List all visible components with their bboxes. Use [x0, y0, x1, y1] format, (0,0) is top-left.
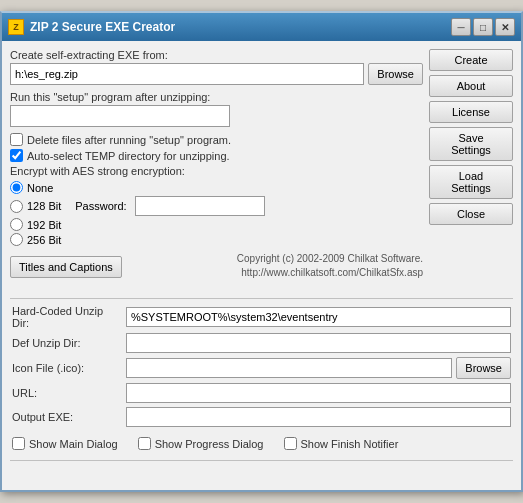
bit128-radio-row: 128 Bit Password: [10, 196, 423, 216]
titles-btn-row: Titles and Captions [10, 256, 122, 278]
about-button[interactable]: About [429, 75, 513, 97]
copyright-line2: http://www.chilkatsoft.com/ChilkatSfx.as… [237, 266, 423, 280]
output-exe-input[interactable] [126, 407, 511, 427]
none-radio[interactable] [10, 181, 23, 194]
right-panel: Create About License Save Settings Load … [429, 49, 513, 292]
main-layout: Create self-extracting EXE from: Browse … [10, 49, 513, 292]
delete-files-checkbox[interactable] [10, 133, 23, 146]
bit192-radio[interactable] [10, 218, 23, 231]
encrypt-label: Encrypt with AES strong encryption: [10, 165, 423, 177]
main-content: Create self-extracting EXE from: Browse … [2, 41, 521, 490]
hardcoded-unzip-input[interactable] [126, 307, 511, 327]
bit128-radio[interactable] [10, 200, 23, 213]
zip-file-group: Create self-extracting EXE from: Browse [10, 49, 423, 85]
maximize-button[interactable]: □ [473, 18, 493, 36]
auto-select-label: Auto-select TEMP directory for unzipping… [27, 150, 230, 162]
main-window: Z ZIP 2 Secure EXE Creator ─ □ ✕ Create … [0, 11, 523, 492]
save-settings-button[interactable]: Save Settings [429, 127, 513, 161]
app-icon: Z [8, 19, 24, 35]
show-progress-dialog-checkbox[interactable] [138, 437, 151, 450]
window-close-button[interactable]: ✕ [495, 18, 515, 36]
minimize-button[interactable]: ─ [451, 18, 471, 36]
zip-file-input[interactable] [10, 63, 364, 85]
run-setup-label: Run this "setup" program after unzipping… [10, 91, 423, 103]
create-button[interactable]: Create [429, 49, 513, 71]
def-unzip-input[interactable] [126, 333, 511, 353]
hardcoded-unzip-label: Hard-Coded Unzip Dir: [12, 305, 122, 329]
icon-file-row: Icon File (.ico): Browse [12, 357, 511, 379]
bit192-label: 192 Bit [27, 219, 61, 231]
setup-program-group: Run this "setup" program after unzipping… [10, 91, 423, 127]
def-unzip-row: Def Unzip Dir: [12, 333, 511, 353]
close-button[interactable]: Close [429, 203, 513, 225]
bit192-radio-row: 192 Bit [10, 218, 423, 231]
show-finish-notifier-label: Show Finish Notifier [301, 438, 399, 450]
none-radio-row: None [10, 181, 423, 194]
hardcoded-unzip-row: Hard-Coded Unzip Dir: [12, 305, 511, 329]
left-panel: Create self-extracting EXE from: Browse … [10, 49, 423, 292]
dialogs-row: Show Main Dialog Show Progress Dialog Sh… [12, 433, 511, 454]
license-button[interactable]: License [429, 101, 513, 123]
titlebar-left: Z ZIP 2 Secure EXE Creator [8, 19, 175, 35]
copyright-line1: Copyright (c) 2002-2009 Chilkat Software… [237, 252, 423, 266]
show-finish-notifier-item: Show Finish Notifier [284, 437, 399, 450]
password-label: Password: [75, 200, 126, 212]
bit256-label: 256 Bit [27, 234, 61, 246]
output-exe-row: Output EXE: [12, 407, 511, 427]
encryption-section: Encrypt with AES strong encryption: None… [10, 165, 423, 246]
show-main-dialog-checkbox[interactable] [12, 437, 25, 450]
show-main-dialog-label: Show Main Dialog [29, 438, 118, 450]
browse-zip-button[interactable]: Browse [368, 63, 423, 85]
delete-files-row: Delete files after running "setup" progr… [10, 133, 423, 146]
encryption-radio-group: None 128 Bit Password: 192 Bit [10, 181, 423, 246]
setup-program-input[interactable] [10, 105, 230, 127]
create-from-label: Create self-extracting EXE from: [10, 49, 423, 61]
browse-icon-button[interactable]: Browse [456, 357, 511, 379]
auto-select-checkbox[interactable] [10, 149, 23, 162]
show-progress-dialog-label: Show Progress Dialog [155, 438, 264, 450]
url-row: URL: [12, 383, 511, 403]
titlebar: Z ZIP 2 Secure EXE Creator ─ □ ✕ [2, 13, 521, 41]
zip-input-row: Browse [10, 63, 423, 85]
icon-file-label: Icon File (.ico): [12, 362, 122, 374]
bit256-radio-row: 256 Bit [10, 233, 423, 246]
titlebar-controls: ─ □ ✕ [451, 18, 515, 36]
def-unzip-label: Def Unzip Dir: [12, 337, 122, 349]
auto-select-row: Auto-select TEMP directory for unzipping… [10, 149, 423, 162]
bit256-radio[interactable] [10, 233, 23, 246]
load-settings-button[interactable]: Load Settings [429, 165, 513, 199]
url-label: URL: [12, 387, 122, 399]
show-main-dialog-item: Show Main Dialog [12, 437, 118, 450]
url-input[interactable] [126, 383, 511, 403]
status-bar [10, 460, 513, 482]
bottom-section: Hard-Coded Unzip Dir: Def Unzip Dir: Ico… [10, 305, 513, 454]
delete-files-label: Delete files after running "setup" progr… [27, 134, 231, 146]
window-title: ZIP 2 Secure EXE Creator [30, 20, 175, 34]
output-exe-label: Output EXE: [12, 411, 122, 423]
copyright-box: Copyright (c) 2002-2009 Chilkat Software… [237, 252, 423, 280]
divider [10, 298, 513, 299]
none-label: None [27, 182, 53, 194]
show-finish-notifier-checkbox[interactable] [284, 437, 297, 450]
password-input[interactable] [135, 196, 265, 216]
bit128-label: 128 Bit [27, 200, 61, 212]
icon-file-input[interactable] [126, 358, 452, 378]
titles-captions-button[interactable]: Titles and Captions [10, 256, 122, 278]
show-progress-dialog-item: Show Progress Dialog [138, 437, 264, 450]
